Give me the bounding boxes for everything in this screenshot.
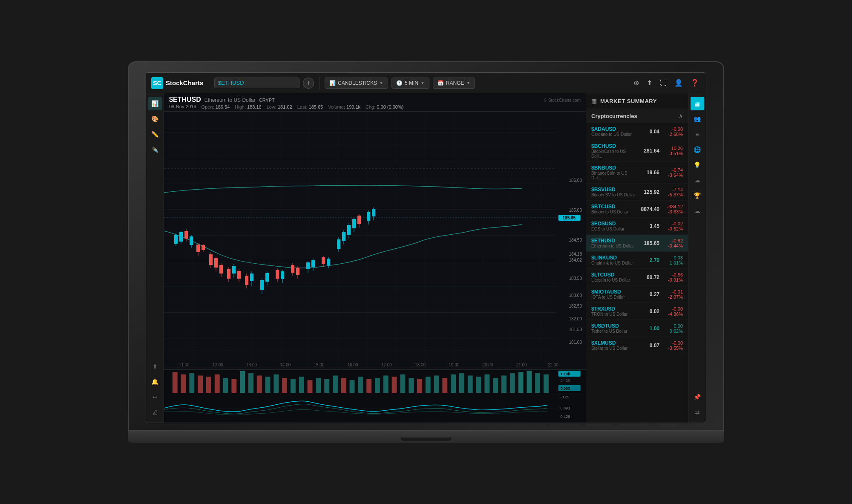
crypto-section-title: Cryptocurrencies xyxy=(591,113,637,119)
crypto-row-eosusd[interactable]: $EOSUSD EOS to US Dollar 3.45 -0.02 -0.5… xyxy=(586,218,688,235)
volume-section: 1.10k 0.426 0.093 xyxy=(164,369,586,393)
crypto-name: EOS to US Dollar xyxy=(591,227,636,231)
market-panel-button[interactable]: ▦ xyxy=(691,97,704,110)
svg-rect-40 xyxy=(250,274,253,281)
svg-rect-34 xyxy=(232,266,236,274)
crypto-row-bchusd[interactable]: $BCHUSD BitcoinCash to US Doll... 281.64… xyxy=(586,140,688,162)
sidebar-item-upload[interactable]: ⬆ xyxy=(148,360,162,373)
crypto-row-miotausd[interactable]: $MIOTAUSD IOTA to US Dollar 0.27 -0.01 -… xyxy=(586,286,688,303)
crypto-row-btcusd[interactable]: $BTCUSD Bitcoin to US Dollar 8874.40 -33… xyxy=(586,201,688,218)
user-icon[interactable]: 👤 xyxy=(673,77,685,89)
sidebar-item-chart[interactable]: 📊 xyxy=(148,97,162,110)
svg-rect-24 xyxy=(201,245,205,250)
add-symbol-button[interactable]: + xyxy=(303,78,314,89)
svg-rect-38 xyxy=(245,276,248,285)
left-sidebar: 📊 🎨 ✏️ ✒️ ⬆ 🔔 ↩ 🖨 xyxy=(146,93,164,423)
crypto-name: Chainlink to US Dollar xyxy=(591,261,636,265)
svg-rect-105 xyxy=(400,374,405,393)
pin-button[interactable]: 📌 xyxy=(691,390,704,404)
cloud-button[interactable]: ☁ xyxy=(691,173,704,187)
crypto-price: 3.45 xyxy=(636,223,659,229)
sidebar-item-pencil[interactable]: ✏️ xyxy=(148,127,162,141)
crypto-change: -10.26 -3.51% xyxy=(659,146,683,156)
crypto-name: Tether to US Dollar xyxy=(591,329,636,334)
cloud2-button[interactable]: ☁ xyxy=(691,204,704,218)
fullscreen-icon[interactable]: ⛶ xyxy=(658,78,668,89)
svg-rect-84 xyxy=(223,378,228,393)
svg-rect-90 xyxy=(273,374,279,393)
time-13: 13:00 xyxy=(246,363,257,368)
svg-rect-118 xyxy=(510,373,515,393)
chart-symbol: $ETHUSD xyxy=(169,96,201,104)
crypto-price: 125.92 xyxy=(636,189,659,195)
crypto-row-usdtusd[interactable]: $USDTUSD Tether to US Dollar 1.00 0.00 0… xyxy=(586,320,688,337)
crypto-row-bsvusd[interactable]: $BSVUSD Bitcoin SV to US Dollar 125.92 -… xyxy=(586,184,688,201)
bulb-button[interactable]: 💡 xyxy=(691,158,704,172)
svg-rect-68 xyxy=(352,219,356,228)
crypto-price: 0.27 xyxy=(636,291,659,297)
crypto-info: $LTCUSD Litecoin to US Dollar xyxy=(591,272,636,282)
svg-rect-48 xyxy=(281,271,284,279)
crypto-change-pct: -2.68% xyxy=(659,132,683,137)
sliders-button[interactable]: ≡ xyxy=(691,127,704,141)
crypto-info: $MIOTAUSD IOTA to US Dollar xyxy=(591,289,636,300)
crypto-symbol: $LINKUSD xyxy=(591,255,636,261)
chart-date: 08-Nov-2019 xyxy=(169,104,196,109)
globe-button[interactable]: 🌐 xyxy=(691,143,704,156)
range-button[interactable]: 📅 RANGE ▼ xyxy=(433,78,475,89)
users-button[interactable]: 👥 xyxy=(691,112,704,126)
svg-rect-97 xyxy=(333,375,338,393)
sidebar-item-print[interactable]: 🖨 xyxy=(148,406,162,419)
crypto-price: 60.72 xyxy=(636,274,659,280)
chart-drawing-area[interactable]: 186.00 185.00 184.50 184.18 184.02 183.5… xyxy=(164,112,586,423)
market-summary-header: ▦ MARKET SUMMARY xyxy=(586,93,688,109)
crosshair-icon[interactable]: ⊕ xyxy=(632,77,641,89)
toolbar-right: ⊕ ⬆ ⛶ 👤 ❓ xyxy=(632,77,701,89)
search-bar[interactable] xyxy=(214,78,299,88)
timeframe-button[interactable]: 🕐 5 MIN ▼ xyxy=(391,78,429,89)
trophy-button[interactable]: 🏆 xyxy=(691,189,704,202)
price-label-185: 185.00 xyxy=(569,208,582,213)
crypto-row-ethusd[interactable]: $ETHUSD Ethereum to US Dollar 185.65 -0.… xyxy=(586,235,688,252)
vol-label-2: 0.426 xyxy=(561,378,570,383)
crypto-row-bnbusd[interactable]: $BNBUSD BinanceCoin to US Dol... 19.66 -… xyxy=(586,162,688,184)
search-input[interactable] xyxy=(218,80,296,86)
market-summary-title: MARKET SUMMARY xyxy=(600,98,657,104)
crypto-row-ltcusd[interactable]: $LTCUSD Litecoin to US Dollar 60.72 -0.5… xyxy=(586,269,688,286)
svg-rect-91 xyxy=(282,378,287,393)
price-label-183: 183.00 xyxy=(569,293,582,298)
timeframe-chevron: ▼ xyxy=(420,81,425,85)
crypto-section-header[interactable]: Cryptocurrencies ∧ xyxy=(586,109,688,123)
crypto-section: Cryptocurrencies ∧ $ADAUSD Cardano to US… xyxy=(586,109,688,423)
swap-button[interactable]: ⇄ xyxy=(691,406,704,419)
svg-rect-85 xyxy=(231,379,236,392)
crypto-row-adausd[interactable]: $ADAUSD Cardano to US Dollar 0.04 -0.00 … xyxy=(586,123,688,140)
crypto-row-linkusd[interactable]: $LINKUSD Chainlink to US Dollar 2.70 0.0… xyxy=(586,252,688,269)
sidebar-item-reply[interactable]: ↩ xyxy=(148,390,162,404)
crypto-row-xlmusd[interactable]: $XLMUSD Stellar to US Dollar 0.07 -0.00 … xyxy=(586,337,688,354)
svg-rect-74 xyxy=(372,209,375,216)
svg-rect-125 xyxy=(164,393,586,423)
crypto-symbol: $ETHUSD xyxy=(591,238,636,244)
chart-type-button[interactable]: 📊 CANDLESTICKS ▼ xyxy=(325,78,388,89)
sidebar-item-annotation[interactable]: ✒️ xyxy=(148,143,162,156)
crypto-change-pct: -0.91% xyxy=(659,277,683,282)
sidebar-item-bell[interactable]: 🔔 xyxy=(148,375,162,389)
svg-rect-46 xyxy=(276,270,279,279)
chart-stats: Open: 186.54 High: 188.16 Low: 181.02 La… xyxy=(201,104,404,109)
svg-rect-70 xyxy=(357,216,361,224)
help-icon[interactable]: ❓ xyxy=(689,77,701,89)
chart-type-chevron: ▼ xyxy=(379,81,383,85)
collapse-icon[interactable]: ∧ xyxy=(679,112,683,119)
chart-type-badge: CRYPT xyxy=(259,98,275,103)
svg-rect-28 xyxy=(214,258,218,268)
time-21: 21:00 xyxy=(516,363,527,368)
crypto-symbol: $BNBUSD xyxy=(591,165,636,171)
sidebar-item-palette[interactable]: 🎨 xyxy=(148,112,162,126)
svg-rect-99 xyxy=(350,380,355,393)
crypto-row-trxusd[interactable]: $TRXUSD TRON to US Dollar 0.02 -0.00 -4.… xyxy=(586,303,688,320)
crypto-info: $BTCUSD Bitcoin to US Dollar xyxy=(591,204,636,214)
vol-label-3: 0.093 xyxy=(561,386,570,391)
arrow-icon[interactable]: ⬆ xyxy=(645,77,654,89)
crypto-info: $EOSUSD EOS to US Dollar xyxy=(591,221,636,231)
